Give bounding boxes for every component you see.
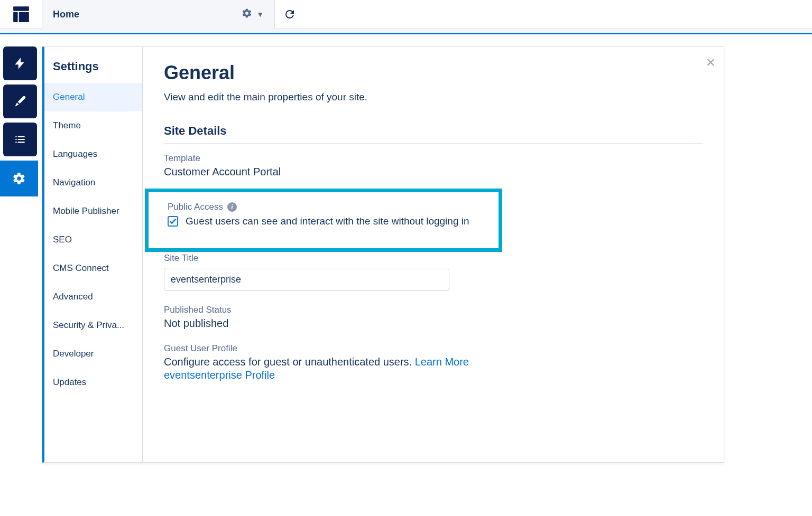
sidebar-item-navigation[interactable]: Navigation [44, 168, 142, 197]
site-title-input[interactable] [164, 268, 449, 291]
info-icon[interactable]: i [227, 202, 237, 212]
sidebar-item-seo[interactable]: SEO [44, 226, 142, 254]
refresh-button[interactable] [275, 0, 304, 29]
guest-profile-desc: Configure access for guest or unauthenti… [164, 356, 415, 368]
rail-btn-list[interactable] [3, 123, 37, 156]
sidebar-item-languages[interactable]: Languages [44, 140, 142, 168]
sidebar-item-cms-connect[interactable]: CMS Connect [44, 254, 142, 283]
site-title-label: Site Title [164, 253, 703, 264]
list-icon [13, 133, 27, 146]
lightning-icon [13, 57, 27, 70]
chevron-down-icon[interactable]: ▼ [256, 10, 264, 18]
public-access-label-text: Public Access [168, 202, 223, 212]
sidebar-title: Settings [44, 47, 142, 83]
settings-panel: Settings GeneralThemeLanguagesNavigation… [42, 46, 724, 463]
settings-content: × General View and edit the main propert… [143, 47, 724, 462]
settings-sidebar: Settings GeneralThemeLanguagesNavigation… [44, 47, 143, 462]
guest-profile-text: Configure access for guest or unauthenti… [164, 356, 703, 368]
learn-more-link[interactable]: Learn More [415, 356, 469, 368]
divider [164, 143, 703, 144]
template-value: Customer Account Portal [164, 166, 703, 178]
rail-btn-brush[interactable] [3, 85, 37, 118]
page-description: View and edit the main properties of you… [164, 91, 703, 103]
public-access-label: Public Access i [168, 202, 493, 212]
template-label: Template [164, 153, 703, 164]
check-icon [169, 218, 177, 225]
tool-rail [0, 46, 42, 463]
public-access-checkbox-row[interactable]: Guest users can see and interact with th… [168, 215, 493, 227]
sidebar-item-mobile-publisher[interactable]: Mobile Publisher [44, 197, 142, 226]
sidebar-item-developer[interactable]: Developer [44, 340, 142, 368]
close-icon[interactable]: × [706, 54, 715, 70]
sidebar-item-theme[interactable]: Theme [44, 111, 142, 140]
svg-rect-0 [13, 6, 29, 11]
guest-user-profile-label: Guest User Profile [164, 343, 703, 354]
published-status-label: Published Status [164, 305, 703, 315]
section-title-site-details: Site Details [164, 124, 703, 138]
public-access-checkbox[interactable] [168, 216, 178, 227]
rail-btn-settings[interactable] [0, 161, 38, 196]
sidebar-item-advanced[interactable]: Advanced [44, 283, 142, 311]
app-logo[interactable] [0, 0, 42, 29]
gear-icon[interactable] [242, 8, 252, 21]
brush-icon [13, 95, 27, 108]
page-title: General [164, 62, 703, 84]
svg-rect-2 [19, 12, 29, 22]
gear-icon [12, 172, 26, 185]
public-access-checkbox-label: Guest users can see and interact with th… [186, 215, 469, 227]
published-status-value: Not published [164, 317, 703, 330]
guest-profile-link[interactable]: eventsenterprise Profile [164, 369, 275, 381]
sidebar-item-general[interactable]: General [44, 83, 142, 111]
accent-divider [0, 29, 812, 34]
sidebar-item-updates[interactable]: Updates [44, 368, 142, 397]
top-bar: Home ▼ [0, 0, 812, 29]
page-tab-title: Home [53, 9, 79, 20]
svg-rect-1 [13, 12, 18, 22]
rail-btn-lightning[interactable] [3, 46, 37, 80]
layout-icon [12, 5, 30, 23]
refresh-icon [283, 8, 296, 21]
page-tab-home[interactable]: Home ▼ [42, 0, 275, 29]
sidebar-item-security-priva-[interactable]: Security & Priva... [44, 311, 142, 340]
